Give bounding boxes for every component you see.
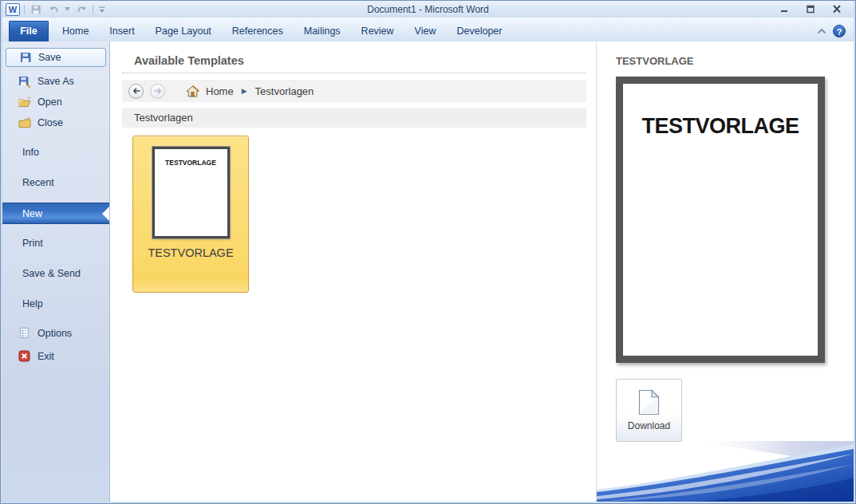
backstage-nav: Info Recent New Print Save & Send Help — [2, 142, 109, 315]
sidebar-item-save-and-send[interactable]: Save & Send — [2, 263, 109, 285]
minimize-button[interactable] — [773, 3, 795, 15]
sidebar-item-new[interactable]: New — [2, 203, 109, 224]
preview-title: TESTVORLAGE — [616, 55, 854, 67]
breadcrumb: Home ▶ Testvorlagen — [122, 80, 586, 102]
tab-page-layout[interactable]: Page Layout — [145, 22, 222, 41]
tab-insert[interactable]: Insert — [99, 22, 144, 41]
word-window: W Document1 - Microsoft Word — [0, 0, 856, 504]
sidebar-item-recent[interactable]: Recent — [2, 172, 109, 194]
exit-icon — [18, 350, 31, 363]
close-folder-icon — [18, 116, 31, 129]
ribbon-tab-bar: File Home Insert Page Layout References … — [2, 18, 854, 41]
tab-file[interactable]: File — [9, 21, 49, 41]
preview-pane: TESTVORLAGE TESTVORLAGE Download — [596, 41, 854, 502]
close-button[interactable] — [826, 3, 847, 15]
document-icon — [638, 389, 660, 415]
sidebar-item-save[interactable]: Save — [6, 48, 106, 67]
tab-references[interactable]: References — [222, 22, 294, 41]
minimize-ribbon-icon[interactable] — [817, 28, 826, 34]
help-icon[interactable]: ? — [833, 25, 846, 37]
sidebar-item-label: Open — [37, 96, 62, 108]
sidebar-item-help[interactable]: Help — [2, 293, 109, 315]
decorative-wave — [596, 441, 854, 502]
backstage-footer: Options Exit — [2, 325, 109, 365]
download-button[interactable]: Download — [616, 379, 682, 442]
save-as-icon — [18, 75, 31, 88]
sidebar-item-save-as[interactable]: Save As — [6, 72, 106, 91]
tab-mailings[interactable]: Mailings — [294, 22, 351, 41]
sidebar-item-label: Save — [38, 52, 61, 63]
template-preview: TESTVORLAGE — [616, 77, 825, 363]
window-title: Document1 - Microsoft Word — [2, 4, 854, 15]
restore-button[interactable] — [799, 3, 821, 15]
sidebar-item-label: Options — [37, 328, 72, 339]
breadcrumb-item-home[interactable]: Home — [206, 85, 234, 97]
window-controls — [773, 3, 854, 15]
sidebar-item-close[interactable]: Close — [6, 113, 106, 132]
title-bar[interactable]: W Document1 - Microsoft Word — [2, 1, 854, 18]
templates-pane: Available Templates Home ▶ Testvorlagen … — [110, 41, 596, 502]
section-header: Testvorlagen — [122, 108, 586, 128]
tab-review[interactable]: Review — [351, 22, 404, 41]
page-title: Available Templates — [122, 54, 586, 67]
home-icon[interactable] — [186, 85, 199, 97]
template-thumbnail-text: TESTVORLAGE — [165, 159, 216, 236]
sidebar-item-label: Exit — [37, 351, 54, 362]
tab-developer[interactable]: Developer — [446, 22, 512, 41]
backstage-view: Save Save As Open Close — [2, 41, 854, 502]
separator — [122, 73, 586, 73]
back-button[interactable] — [128, 84, 144, 99]
save-icon — [19, 51, 32, 64]
template-tile[interactable]: TESTVORLAGE TESTVORLAGE — [132, 136, 249, 293]
preview-page-text: TESTVORLAGE — [641, 114, 799, 356]
options-icon — [18, 327, 31, 340]
sidebar-item-open[interactable]: Open — [6, 93, 106, 112]
template-thumbnail: TESTVORLAGE — [152, 147, 230, 238]
sidebar-item-print[interactable]: Print — [2, 233, 109, 254]
sidebar-item-exit[interactable]: Exit — [6, 348, 106, 365]
open-folder-icon — [18, 96, 31, 108]
tab-home[interactable]: Home — [52, 22, 99, 41]
forward-button[interactable] — [150, 84, 165, 99]
sidebar-item-label: Close — [37, 117, 63, 128]
tab-view[interactable]: View — [404, 22, 447, 41]
template-label: TESTVORLAGE — [148, 246, 233, 259]
sidebar-item-info[interactable]: Info — [2, 142, 109, 163]
breadcrumb-item-current[interactable]: Testvorlagen — [255, 85, 314, 97]
backstage-sidebar: Save Save As Open Close — [2, 41, 110, 502]
sidebar-item-options[interactable]: Options — [6, 325, 106, 342]
download-label: Download — [628, 420, 670, 431]
chevron-right-icon: ▶ — [242, 87, 247, 95]
sidebar-item-label: Save As — [37, 76, 74, 87]
